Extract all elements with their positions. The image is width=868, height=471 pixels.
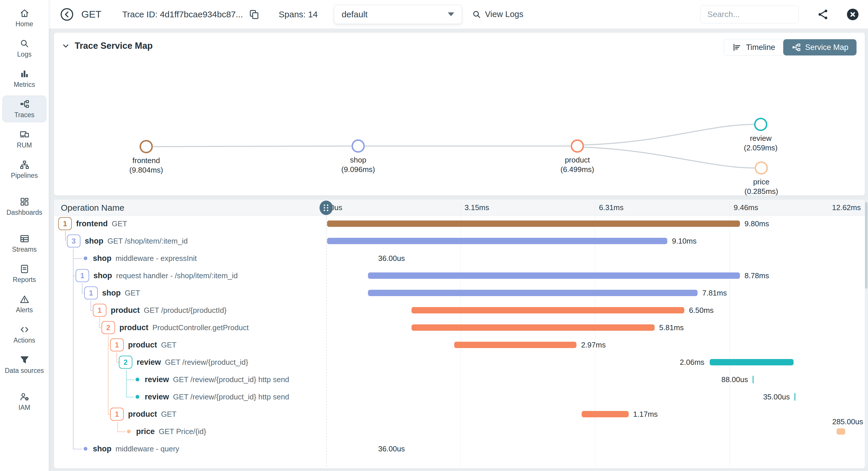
service-map-graph: frontend(9.804ms)shop(9.096ms)product(6.…: [54, 59, 865, 196]
child-count-badge[interactable]: 3: [67, 235, 81, 247]
sidebar-item-pipelines[interactable]: Pipelines: [0, 155, 49, 193]
span-row-12[interactable]: 1productGET1.17ms: [54, 406, 865, 423]
service-map-toggle-button[interactable]: Service Map: [783, 39, 857, 55]
child-count-badge[interactable]: 1: [58, 217, 72, 230]
service-node-frontend[interactable]: [140, 140, 153, 153]
span-row-7[interactable]: 2productProductController.getProduct5.81…: [54, 319, 865, 336]
span-row-10[interactable]: reviewGET /review/{product_id} http send…: [54, 371, 865, 388]
span-row-14[interactable]: shopmiddleware - query36.00us: [54, 440, 865, 458]
collapse-service-map-toggle[interactable]: Trace Service Map: [61, 41, 153, 51]
span-duration-bar[interactable]: [411, 324, 655, 331]
sidebar-item-traces[interactable]: Traces: [0, 95, 49, 125]
span-label[interactable]: shopmiddleware - query: [93, 444, 179, 453]
span-duration-bar[interactable]: [327, 238, 667, 244]
span-operation-name: ProductController.getProduct: [153, 323, 249, 332]
span-row-5[interactable]: 1shopGET7.81ms: [54, 284, 865, 302]
span-operation-name: GET: [125, 289, 140, 297]
span-row-6[interactable]: 1productGET /product/{productId}6.50ms: [54, 302, 865, 319]
service-duration: (9.096ms): [341, 165, 375, 174]
span-row-3[interactable]: shopmiddleware - expressInit36.00us: [54, 249, 865, 267]
tree-connector: [126, 380, 134, 380]
sidebar-item-alerts[interactable]: Alerts: [0, 290, 49, 320]
sidebar-item-metrics[interactable]: Metrics: [0, 65, 49, 95]
sidebar-item-rum[interactable]: RUM: [0, 125, 49, 155]
span-row-8[interactable]: 1productGET2.97ms: [54, 336, 865, 354]
sidebar-item-iam[interactable]: IAM: [0, 388, 49, 418]
back-button[interactable]: [59, 7, 74, 22]
tree-connector: [82, 283, 83, 293]
span-operation-name: GET /review/{product_id} http send: [173, 375, 289, 384]
search-input[interactable]: [700, 5, 799, 23]
service-duration: (0.285ms): [744, 187, 778, 196]
span-label[interactable]: productGET: [128, 341, 177, 350]
sidebar-item-logs[interactable]: Logs: [0, 34, 49, 65]
span-row-2[interactable]: 3shopGET /shop/item/:item_id9.10ms: [54, 232, 865, 249]
scrollbar-thumb[interactable]: [865, 202, 867, 289]
sidebar-item-reports[interactable]: Reports: [0, 260, 49, 290]
child-count-badge[interactable]: 2: [119, 356, 132, 369]
span-duration-bar[interactable]: [582, 411, 629, 417]
span-duration-tick[interactable]: [795, 393, 795, 401]
view-logs-button[interactable]: View Logs: [472, 9, 523, 19]
sidebar-item-streams[interactable]: Streams: [0, 230, 49, 260]
span-row-11[interactable]: reviewGET /review/{product_id} http send…: [54, 388, 865, 406]
child-count-badge[interactable]: 2: [101, 321, 115, 334]
span-operation-name: GET: [112, 219, 127, 228]
child-count-badge[interactable]: 1: [93, 304, 106, 317]
child-count-badge[interactable]: 1: [110, 338, 124, 352]
span-label[interactable]: shopGET: [102, 289, 140, 298]
span-duration-bar[interactable]: [411, 307, 685, 314]
sidebar-item-data-sources[interactable]: Data sources: [0, 351, 49, 388]
span-row-1[interactable]: 1frontendGET9.80ms: [54, 215, 865, 232]
service-node-price[interactable]: [755, 161, 768, 175]
tree-connector: [126, 370, 127, 397]
span-duration-label: 2.06ms: [680, 358, 704, 367]
span-row-13[interactable]: priceGET Price/{id}285.00us: [54, 423, 865, 440]
span-label[interactable]: productGET: [128, 410, 177, 419]
span-label[interactable]: shopGET /shop/item/:item_id: [85, 237, 188, 245]
service-node-shop[interactable]: [351, 139, 365, 153]
service-node-review[interactable]: [754, 118, 767, 131]
child-count-badge[interactable]: 1: [84, 287, 98, 300]
span-label[interactable]: reviewGET /review/{product_id} http send: [145, 392, 289, 402]
data-sources-icon: [19, 355, 30, 365]
copy-trace-id-button[interactable]: [248, 9, 260, 20]
close-button[interactable]: [845, 7, 860, 22]
span-label[interactable]: shopmiddleware - expressInit: [93, 254, 197, 263]
span-label[interactable]: priceGET Price/{id}: [136, 427, 206, 436]
sidebar-item-actions[interactable]: Actions: [0, 320, 49, 351]
span-label[interactable]: shoprequest handler - /shop/item/:item_i…: [93, 271, 238, 280]
child-count-badge[interactable]: 1: [75, 269, 89, 282]
sidebar-item-home[interactable]: Home: [0, 4, 49, 34]
span-label[interactable]: reviewGET /review/{product_id}: [137, 358, 248, 367]
sidebar-item-label: Home: [16, 20, 33, 28]
service-node-product[interactable]: [571, 139, 584, 153]
span-duration-label: 36.00us: [378, 254, 405, 263]
span-duration-label: 9.80ms: [745, 219, 769, 228]
sidebar-item-dashboards[interactable]: Dashboards: [0, 193, 49, 230]
span-duration-bar[interactable]: [368, 290, 698, 296]
tree-connector: [108, 335, 108, 414]
span-duration-bar[interactable]: [368, 272, 740, 279]
child-count-badge[interactable]: 1: [110, 408, 124, 421]
alerts-icon: [19, 294, 30, 304]
span-row-9[interactable]: 2reviewGET /review/{product_id}2.06ms: [54, 354, 865, 371]
column-resize-handle[interactable]: [319, 201, 333, 215]
span-label[interactable]: productProductController.getProduct: [119, 323, 249, 332]
span-duration-bar[interactable]: [327, 220, 740, 227]
span-duration-tick[interactable]: [753, 376, 753, 383]
stream-select[interactable]: default: [334, 5, 462, 24]
tree-connector: [108, 345, 110, 346]
span-label[interactable]: productGET /product/{productId}: [111, 306, 227, 315]
span-duration-bar[interactable]: [454, 342, 577, 348]
span-row-4[interactable]: 1shoprequest handler - /shop/item/:item_…: [54, 267, 865, 284]
span-duration-bar[interactable]: [710, 359, 794, 365]
span-label[interactable]: frontendGET: [76, 219, 127, 228]
span-label[interactable]: reviewGET /review/{product_id} http send: [145, 375, 289, 384]
tree-connector: [65, 231, 66, 241]
timeline-toggle-button[interactable]: Timeline: [724, 39, 783, 55]
service-node-label-review: review(2.059ms): [744, 134, 777, 152]
span-duration-bar[interactable]: [837, 428, 845, 435]
share-button[interactable]: [817, 8, 829, 21]
tree-connector: [91, 310, 93, 311]
